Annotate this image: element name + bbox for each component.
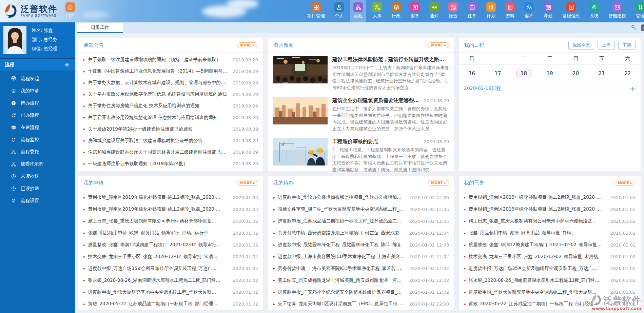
- news-item[interactable]: 建筑企业办理建筑资质需要注意哪些细节2019.08.29在日常生活中，很多人都非…: [268, 94, 454, 135]
- list-item-date: 2020-01-02 12:00: [409, 301, 449, 307]
- calendar-date[interactable]: 22: [620, 69, 635, 78]
- sidebar-item-in-transit[interactable]: G+在途流程: [0, 121, 75, 134]
- sidebar-item-flow-settings[interactable]: 流程设置: [0, 195, 75, 207]
- calendar-date[interactable]: 21: [594, 69, 609, 78]
- nav-item-portal[interactable]: 门户: [62, 0, 78, 22]
- nav-item-docs[interactable]: 资料: [502, 0, 518, 22]
- list-item[interactable]: ▸张鑫_用品领用申请_账簿_财务用品_领导审批_肖晴,_运行中2020.01.0…: [83, 227, 258, 239]
- list-item[interactable]: ▸张永银_2020-08-26_湖南洞庭湖水库引水工程施工1标_部门经...20…: [83, 274, 258, 286]
- my-requests-more-button[interactable]: MORE: [237, 180, 258, 186]
- section-gear-icon[interactable]: [64, 62, 70, 67]
- sidebar-item-initiate[interactable]: 流程发起: [0, 73, 75, 85]
- nav-item-project-mgmt[interactable]: 项目管理: [304, 0, 328, 22]
- list-item[interactable]: ▸进度款申报_万达广场35#会所及咖啡厅空调安装工程_万达广...2020.01…: [83, 262, 258, 274]
- notices-more-button[interactable]: MORE: [237, 42, 258, 48]
- sidebar-item-done-flow[interactable]: 已办流程: [0, 109, 75, 121]
- calendar-date[interactable]: 17: [490, 69, 505, 78]
- list-item[interactable]: ▸完工结算_西安成都路龙湖上河城项目_西安成都路龙湖上河城...2020-01-…: [273, 274, 449, 286]
- list-item[interactable]: ▸关于举办住房与房地产信息化 技术及应用培训班的通知2019.08.29: [83, 100, 258, 112]
- nav-item-task[interactable]: 任务: [464, 0, 480, 22]
- list-item[interactable]: ▸技术交底_龙湖三千里小区_张鑫_2020-12-02_领导审批_宋浩...20…: [83, 251, 258, 262]
- list-item[interactable]: ▸劳务付款申请_上海市美容医院ICU手术室净化工程_李若若_上...2020-0…: [273, 262, 449, 274]
- next-week-button[interactable]: 下周: [618, 41, 636, 50]
- list-item[interactable]: ▸进度款申报_华软大厦研究基地中央空调系统工程_华软大厦研...2020.01.…: [83, 286, 258, 298]
- sidebar-item-read-cc[interactable]: 已读抄送: [0, 182, 75, 195]
- list-item[interactable]: ▸张永银_2020-08-26_湖南洞庭湖水库引水工程施工I标_部门经...20…: [464, 274, 636, 286]
- list-item[interactable]: ▸质量整改_张鑫_华润12城房建工程项目_2021-02-02_领导审批...2…: [83, 239, 258, 251]
- nav-item-attendance[interactable]: 考勤: [540, 0, 556, 22]
- list-item[interactable]: ▸进度款申报_华软办公楼增加视频监控项目_华软办公楼增加视频...2020-01…: [273, 192, 449, 203]
- calendar-date[interactable]: 20: [568, 69, 583, 78]
- list-item-text: 施工日志_张鑫_重庆太极制药有限公司亳州中药材仓储物流基...: [469, 218, 607, 224]
- nav-item-report[interactable]: 报告: [445, 0, 461, 22]
- sidebar-item-unread-cc[interactable]: 未读抄送: [0, 170, 75, 182]
- nav-item-workflow[interactable]: 流程: [350, 0, 366, 22]
- list-item[interactable]: ▸进度款申报_江苏成品油二期项目一标段工程_江苏成品油二期项...2020-01…: [273, 215, 449, 227]
- notices-panel: 通知公告 MORE ▸关于领取一级注册建造师增项贴的通知（须持一建证书前来领取）…: [78, 38, 264, 171]
- nav-item-modeling[interactable]: 智能建模: [605, 0, 629, 22]
- sidebar-item-delegate[interactable]: 流程委托: [0, 146, 75, 158]
- list-item[interactable]: ▸住房和城乡建设部办公厅关于同意吉林省开展二级建造师注册证书电...2019.0…: [83, 146, 258, 158]
- list-item[interactable]: ▸费用报销_潼南区2019年绿化补贴项目-施工2标段_张鑫_2020-...20…: [464, 203, 636, 215]
- list-item[interactable]: ▸一级建造师注册证书领取通知（2019年第24批）2019.08.29: [83, 158, 258, 170]
- list-item-text: 张鑫_用品领用申请_账簿_财务用品_领导审批_肖晴,_运行中: [88, 230, 230, 236]
- news-more-button[interactable]: MORE: [428, 42, 449, 48]
- list-item[interactable]: ▸于征集《中国建筑施工行业信息化发展报告（2014）—BIM应用与发...201…: [83, 65, 258, 77]
- my-done-more-button[interactable]: MORE: [614, 180, 636, 186]
- list-item[interactable]: ▸进度款申报_上海市美容医院ICU手术室净化工程_上海市美容医...2020-0…: [273, 251, 449, 262]
- calendar-date[interactable]: 16: [465, 69, 479, 78]
- my-todo-more-button[interactable]: MORE: [428, 180, 449, 186]
- calendar-date[interactable]: 19: [542, 69, 557, 78]
- bullet-icon: ▸: [83, 278, 85, 282]
- key-icon[interactable]: [630, 24, 637, 31]
- nav-item-system[interactable]: 系统: [586, 0, 602, 22]
- list-item[interactable]: ▸进度款申报_华软大厦研究基地中央空调系统工程_华软大厦研...2020.01.…: [464, 286, 636, 298]
- list-item[interactable]: ▸费用报销_潼南区2019年绿化补贴项目-施工2标段_张鑫_2020-...20…: [464, 192, 636, 203]
- list-item[interactable]: ▸劳务付款申请_西安成都路龙湖上河城项目_何芷茵_西安成都路...2020-01…: [273, 227, 449, 239]
- person-lines-icon: [372, 2, 382, 12]
- bullet-icon: ▸: [83, 219, 85, 223]
- calendar-date-today[interactable]: 18: [516, 69, 531, 78]
- tab-daily-work[interactable]: 日常工作: [77, 23, 123, 33]
- nav-item-plan[interactable]: 计划: [483, 0, 499, 22]
- list-item[interactable]: ▸施工日志_张鑫_重庆太极制药有限公司亳州中药材仓储物流基...2020.01.…: [464, 215, 636, 227]
- list-item[interactable]: ▸进度款申报_晟铭园林绿化工程_晟铭园林绿化工程_陈菲_陈菲2020-01-02…: [273, 239, 449, 251]
- list-item[interactable]: ▸技术交底_龙湖三千里小区_张鑫_2020-12-02_领导审批_宋浩然,202…: [464, 251, 636, 262]
- nav-item-customer[interactable]: 客户: [521, 0, 537, 22]
- weekday-cell: 六: [625, 55, 630, 62]
- list-item[interactable]: ▸关于举办大数据、云计算技术在城市建设、规划、管理与服务中的应...2019.0…: [83, 77, 258, 89]
- list-item[interactable]: ▸投标文件审查_胡广生_华软大厦研究基地中央空调系统工程_20...2020-0…: [273, 203, 449, 215]
- back-to-today-button[interactable]: 返回今天: [568, 41, 594, 50]
- list-item[interactable]: ▸关于领取一级注册建造师增项贴的通知（须持一建证书前来领取）2019.08.29: [83, 54, 258, 65]
- sidebar-item-delegated[interactable]: 被委托流程: [0, 158, 75, 170]
- add-schedule-button[interactable]: +: [630, 85, 636, 92]
- list-item[interactable]: ▸关于发放2019年第24批一级建造师注册证书的通知2019.08.29: [83, 123, 258, 135]
- news-item[interactable]: 工程造价审核的要点2019.08.291、核准工程量。工程量是编制决算最基本的内…: [268, 135, 454, 176]
- nav-item-notice[interactable]: 通知: [426, 0, 442, 22]
- nav-item-admin[interactable]: 行政: [388, 0, 404, 22]
- list-item[interactable]: ▸进度款申报_万达广场35#会所及咖啡厅空调安装工程_万达广...2020.01…: [464, 262, 636, 274]
- list-item[interactable]: ▸进度款申报_广安邓小平纪念馆安全防范系统维护保养项目_广安...2020-01…: [273, 286, 449, 298]
- prev-week-button[interactable]: 上周: [598, 41, 615, 50]
- list-item[interactable]: ▸关于举办市政公用设施数字化管理信息 系统建设与应用培训班的通知2019.08.…: [83, 89, 258, 100]
- news-item[interactable]: 建设工程法律风险防范，建筑行业转型升级之路沙龙活动2019年7月27日下午，土筑…: [268, 53, 454, 94]
- list-item[interactable]: ▸张鑫_用品领用申请_账簿_财务用品_领导审批_肖晴,2020.01.02: [464, 227, 636, 239]
- clipped-toolbar-icon[interactable]: [641, 24, 644, 31]
- list-item[interactable]: ▸关于召开市政公用设施智慧化管理 信息技术与应用培训班的通知2019.08.29: [83, 112, 258, 123]
- nav-item-basic-info[interactable]: 基础信息: [559, 0, 583, 22]
- list-item[interactable]: ▸黄敏_2020-05-22_江苏成品油二期项目一标段工程_部门经理...202…: [83, 298, 258, 310]
- nav-item-personal[interactable]: 个人: [331, 0, 347, 22]
- sidebar-item-todo-flow[interactable]: 待办流程: [0, 97, 75, 109]
- nav-item-hr[interactable]: 人事: [369, 0, 385, 22]
- list-item[interactable]: ▸费用报销_潼南区2019年绿化补贴项目-施工2标段_张鑫_2020-...20…: [83, 192, 258, 203]
- list-item[interactable]: ▸施工日志_张鑫_重庆太极制药有限公司亳州中药材仓储物流基...2020.01.…: [83, 215, 258, 227]
- list-item[interactable]: ▸房和城乡建设厅关于取消二级建造师临时执业证书的公告2019.08.29: [83, 135, 258, 146]
- sidebar-item-my-apply[interactable]: 我的申请: [0, 85, 75, 97]
- list-item[interactable]: ▸黄敏_2020-05-22_江苏成品油二期项目一标段工程_部门经理...202…: [464, 298, 636, 310]
- list-item[interactable]: ▸费用报销_潼南区2019年绿化补贴项目-施工2标段_张鑫_2020-...20…: [83, 203, 258, 215]
- nav-item-manage[interactable]: 管理: [632, 0, 644, 22]
- list-item[interactable]: ▸完工结算_龙湖天街城1区设计采购施工（EPC）总承包工程_龙...2020-0…: [273, 298, 449, 310]
- list-item[interactable]: ▸质量整改_张鑫_华润12城房建工程项目_2021-02-02_领导审批...2…: [464, 239, 636, 251]
- nav-item-finance[interactable]: 财务: [407, 0, 423, 22]
- sidebar-item-monitor[interactable]: 流程监控: [0, 134, 75, 146]
